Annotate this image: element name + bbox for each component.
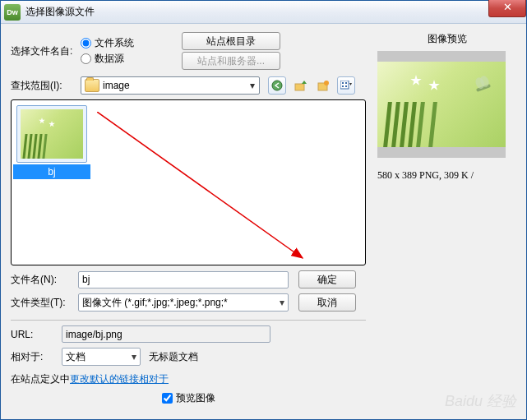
back-button[interactable] [268,76,286,95]
app-icon: Dw [4,4,21,21]
svg-rect-6 [345,82,347,84]
dropdown-arrow-icon: ▾ [276,297,284,308]
svg-rect-5 [342,82,344,84]
svg-rect-8 [345,85,347,87]
svg-rect-7 [342,85,344,87]
hint-link[interactable]: 更改默认的链接相对于 [70,372,169,386]
preview-title: 图像预览 [377,32,516,46]
filetype-value: 图像文件 (*.gif;*.jpg;*.jpeg;*.png;* [82,296,228,310]
filename-input[interactable] [78,271,289,288]
svg-rect-1 [295,84,304,90]
up-button[interactable] [291,76,309,95]
radio-filesystem-label: 文件系统 [95,36,134,50]
preview-image [377,62,506,147]
preview-box [377,51,506,158]
relative-value: 文档 [66,350,86,364]
relative-docname: 无标题文档 [149,350,198,364]
folder-icon [85,79,99,92]
cancel-button[interactable]: 取消 [298,293,356,312]
radio-datasource-label: 数据源 [95,52,124,66]
svg-line-9 [97,112,303,258]
window-title: 选择图像源文件 [25,5,95,19]
lookin-dropdown[interactable]: image ▾ [81,76,260,95]
image-info: 580 x 389 PNG, 309 K / [377,169,516,182]
filename-label: 文件名(N): [11,273,78,287]
relative-dropdown[interactable]: 文档 ▾ [62,348,141,366]
annotation-arrow [97,112,319,268]
lookin-folder: image [103,80,246,91]
new-folder-button[interactable] [314,76,332,95]
view-menu-button[interactable] [337,76,355,95]
url-input[interactable] [62,325,270,343]
dropdown-arrow-icon: ▾ [246,80,259,91]
svg-point-3 [324,81,329,85]
file-item-label: bj [13,164,90,179]
preview-checkbox[interactable]: 预览图像 [162,392,215,404]
svg-rect-4 [340,81,349,89]
relative-label: 相对于: [11,350,62,364]
radio-datasource[interactable]: 数据源 [81,52,134,66]
source-label: 选择文件名自: [11,44,81,58]
site-root-button[interactable]: 站点根目录 [182,32,280,50]
preview-checkbox-label: 预览图像 [176,392,215,404]
file-list-area[interactable]: bj [11,99,366,265]
ok-button[interactable]: 确定 [298,270,356,288]
file-thumbnail [21,109,83,159]
titlebar: Dw 选择图像源文件 ✕ [1,1,526,24]
svg-point-0 [272,81,282,90]
site-server-button[interactable]: 站点和服务器... [182,52,280,70]
hint-prefix: 在站点定义中 [11,372,70,386]
close-button[interactable]: ✕ [488,0,526,17]
filetype-dropdown[interactable]: 图像文件 (*.gif;*.jpg;*.jpeg;*.png;* ▾ [78,293,289,312]
lookin-label: 查找范围(I): [11,79,81,93]
file-item-bj[interactable]: bj [16,105,87,179]
dropdown-arrow-icon: ▾ [128,351,136,362]
url-label: URL: [11,329,62,340]
filetype-label: 文件类型(T): [11,296,78,310]
radio-filesystem[interactable]: 文件系统 [81,36,134,50]
